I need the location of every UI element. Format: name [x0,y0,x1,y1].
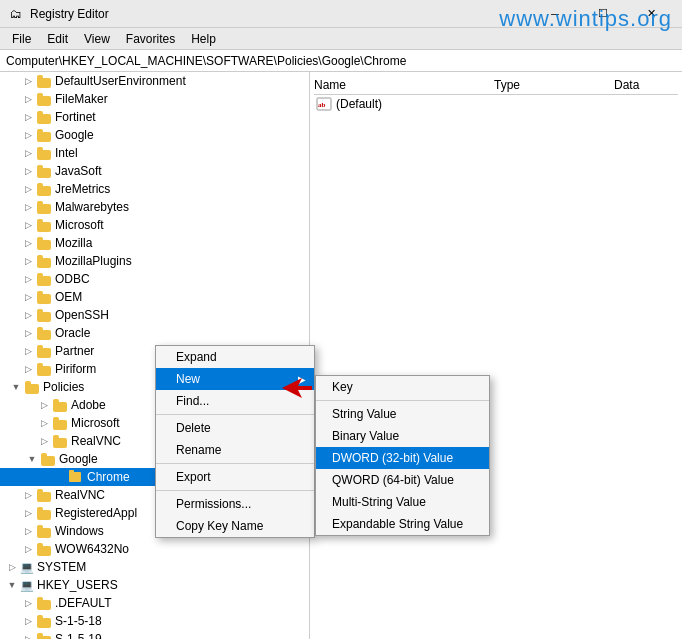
tree-item-mozilla[interactable]: ▷ Mozilla [0,234,309,252]
expander-icon: ▷ [20,361,36,377]
folder-icon [36,344,52,358]
menu-edit[interactable]: Edit [39,30,76,48]
col-header-name: Name [314,78,494,92]
context-menu-expand[interactable]: Expand [156,346,314,368]
expander-icon: ▼ [8,379,24,395]
folder-icon [36,218,52,232]
expander-icon: ▷ [20,73,36,89]
tree-label: Adobe [71,398,106,412]
submenu-dword-value[interactable]: DWORD (32-bit) Value [316,447,489,469]
context-menu-rename[interactable]: Rename [156,439,314,461]
tree-item-google[interactable]: ▷ Google [0,126,309,144]
folder-icon [36,596,52,610]
computer-icon: 💻 [20,579,34,592]
tree-item-s-1-5-18[interactable]: ▷ S-1-5-18 [0,612,309,630]
submenu-multi-string-value[interactable]: Multi-String Value [316,491,489,513]
context-menu-copy-key-name[interactable]: Copy Key Name [156,515,314,537]
column-headers: Name Type Data [314,76,678,95]
submenu-binary-value[interactable]: Binary Value [316,425,489,447]
tree-item-system[interactable]: ▷ 💻 SYSTEM [0,558,309,576]
registry-row-default[interactable]: ab (Default) [314,95,678,113]
tree-item-microsoft[interactable]: ▷ Microsoft [0,216,309,234]
expander-icon: ▷ [20,631,36,639]
expander-icon: ▷ [20,181,36,197]
right-pane: Name Type Data ab (Default) [310,72,682,639]
expander-icon: ▷ [20,595,36,611]
context-menu: Expand New ▶ Find... Delete Rename Expor… [155,345,315,538]
tree-item-wow6432no[interactable]: ▷ WOW6432No [0,540,309,558]
tree-item-malwarebytes[interactable]: ▷ Malwarebytes [0,198,309,216]
tree-item-filemaker[interactable]: ▷ FileMaker [0,90,309,108]
tree-label: Piriform [55,362,96,376]
tree-label: HKEY_USERS [37,578,118,592]
tree-item-jremetrics[interactable]: ▷ JreMetrics [0,180,309,198]
svg-rect-1 [69,470,74,473]
expander-icon: ▷ [20,307,36,323]
tree-label: JavaSoft [55,164,102,178]
col-header-type: Type [494,78,614,92]
address-bar: Computer\HKEY_LOCAL_MACHINE\SOFTWARE\Pol… [0,50,682,72]
context-menu-permissions[interactable]: Permissions... [156,493,314,515]
expander-icon: ▷ [20,235,36,251]
menu-file[interactable]: File [4,30,39,48]
context-menu-delete[interactable]: Delete [156,417,314,439]
expander-icon: ▷ [20,523,36,539]
folder-icon [36,272,52,286]
tree-item-oracle[interactable]: ▷ Oracle [0,324,309,342]
submenu-string-value[interactable]: String Value [316,403,489,425]
submenu-arrow-icon: ▶ [298,374,306,385]
expander-icon: ▷ [20,613,36,629]
folder-icon [36,542,52,556]
tree-item-s-1-5-19[interactable]: ▷ S-1-5-19 [0,630,309,639]
expander-icon: ▷ [20,505,36,521]
folder-icon [40,452,56,466]
svg-text:ab: ab [318,101,326,109]
tree-item-default[interactable]: ▷ .DEFAULT [0,594,309,612]
expander-icon: ▷ [20,271,36,287]
folder-icon [36,614,52,628]
tree-label: S-1-5-18 [55,614,102,628]
folder-icon [36,236,52,250]
tree-label: RealVNC [55,488,105,502]
tree-item-fortinet[interactable]: ▷ Fortinet [0,108,309,126]
expander-icon: ▷ [20,343,36,359]
expander-icon: ▷ [36,433,52,449]
tree-item-defaultuserenvironment[interactable]: ▷ DefaultUserEnvironment [0,72,309,90]
tree-label: Microsoft [71,416,120,430]
folder-icon [36,146,52,160]
expander-icon: ▷ [36,415,52,431]
folder-icon [36,92,52,106]
context-menu-export[interactable]: Export [156,466,314,488]
context-menu-find[interactable]: Find... [156,390,314,412]
expander-icon: ▷ [20,487,36,503]
tree-label: Oracle [55,326,90,340]
menu-view[interactable]: View [76,30,118,48]
menu-help[interactable]: Help [183,30,224,48]
app-title: Registry Editor [30,7,109,21]
tree-label: Fortinet [55,110,96,124]
tree-item-hkey-users[interactable]: ▼ 💻 HKEY_USERS [0,576,309,594]
tree-item-intel[interactable]: ▷ Intel [0,144,309,162]
folder-icon [36,488,52,502]
submenu-qword-value[interactable]: QWORD (64-bit) Value [316,469,489,491]
context-menu-new[interactable]: New ▶ [156,368,314,390]
registry-name: (Default) [336,97,496,111]
tree-item-javasoft[interactable]: ▷ JavaSoft [0,162,309,180]
submenu-key[interactable]: Key [316,376,489,398]
tree-label: Intel [55,146,78,160]
submenu: Key String Value Binary Value DWORD (32-… [315,375,490,536]
tree-item-odbc[interactable]: ▷ ODBC [0,270,309,288]
tree-item-openssh[interactable]: ▷ OpenSSH [0,306,309,324]
submenu-expandable-string-value[interactable]: Expandable String Value [316,513,489,535]
watermark: www.wintips.org [499,6,672,32]
tree-label: Mozilla [55,236,92,250]
tree-item-mozillaplugins[interactable]: ▷ MozillaPlugins [0,252,309,270]
menu-favorites[interactable]: Favorites [118,30,183,48]
folder-icon [36,326,52,340]
tree-label: RegisteredAppl [55,506,137,520]
submenu-separator [316,400,489,401]
context-menu-separator-1 [156,414,314,415]
expander-icon [52,469,68,485]
tree-item-oem[interactable]: ▷ OEM [0,288,309,306]
folder-icon [36,506,52,520]
